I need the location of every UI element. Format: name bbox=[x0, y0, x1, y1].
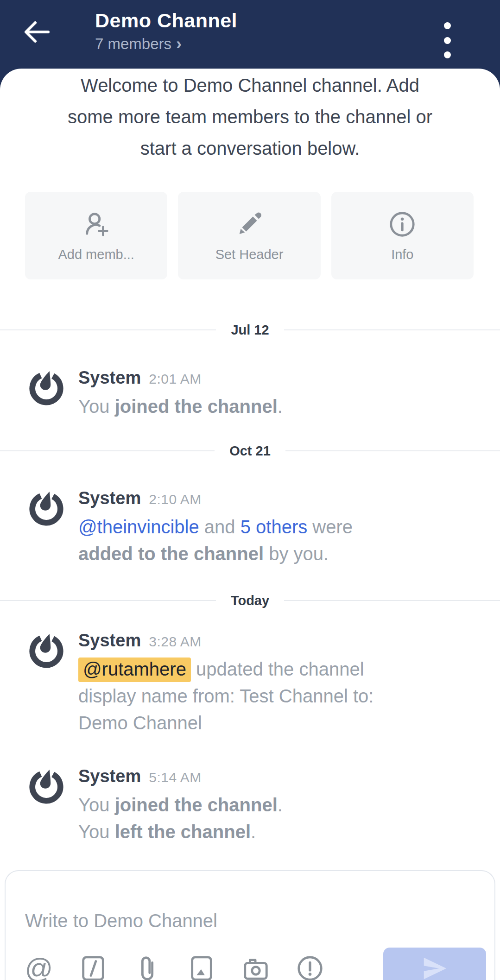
message-body: @rutamhere updated the channel display n… bbox=[78, 656, 403, 736]
add-members-button[interactable]: Add memb... bbox=[25, 192, 167, 279]
kebab-dot bbox=[444, 51, 451, 58]
system-message: System 3:28 AM @rutamhere updated the ch… bbox=[0, 629, 500, 736]
message-body: @theinvincible and 5 others were added t… bbox=[78, 513, 403, 567]
date-divider: Oct 21 bbox=[0, 443, 500, 459]
chat-sheet: Welcome to Demo Channel channel. Add som… bbox=[0, 69, 500, 980]
sender-name: System bbox=[78, 367, 141, 389]
system-message: System 2:10 AM @theinvincible and 5 othe… bbox=[0, 487, 500, 567]
chat-screen: Demo Channel 7 members › Welcome to Demo… bbox=[0, 0, 500, 980]
message-text: You bbox=[78, 396, 115, 417]
pencil-icon bbox=[235, 209, 264, 239]
alert-icon bbox=[296, 954, 324, 980]
message-text: were bbox=[307, 517, 353, 537]
message-text: left the channel bbox=[115, 822, 251, 842]
message-text: . bbox=[278, 396, 283, 417]
camera-icon bbox=[241, 954, 271, 980]
channel-members[interactable]: 7 members › bbox=[95, 35, 237, 53]
divider-date: Oct 21 bbox=[229, 443, 271, 459]
message-input[interactable] bbox=[24, 910, 465, 932]
mention-button[interactable]: @ bbox=[24, 953, 54, 980]
system-avatar-icon bbox=[27, 367, 66, 405]
date-divider: Today bbox=[0, 593, 500, 608]
system-message: System 2:01 AM You joined the channel. bbox=[0, 367, 500, 420]
divider-line bbox=[0, 450, 215, 451]
divider-date: Today bbox=[231, 593, 269, 608]
message-text: added to the channel bbox=[78, 544, 264, 564]
send-button[interactable] bbox=[383, 948, 486, 980]
slash-command-button[interactable] bbox=[78, 953, 108, 980]
set-header-button[interactable]: Set Header bbox=[178, 192, 320, 279]
divider-line bbox=[284, 600, 500, 601]
system-avatar-icon bbox=[27, 629, 66, 668]
mention-link[interactable]: 5 others bbox=[241, 517, 308, 537]
system-avatar-icon bbox=[27, 765, 66, 804]
divider-line bbox=[0, 600, 216, 601]
channel-title-block[interactable]: Demo Channel 7 members › bbox=[95, 8, 237, 53]
action-label: Set Header bbox=[215, 247, 284, 262]
back-button[interactable] bbox=[20, 17, 53, 47]
timestamp: 2:10 AM bbox=[149, 488, 202, 511]
message-body: You joined the channel. bbox=[78, 393, 283, 420]
divider-line bbox=[285, 450, 500, 451]
sender-name: System bbox=[78, 765, 141, 787]
divider-line bbox=[0, 329, 216, 330]
info-button[interactable]: Info bbox=[331, 192, 474, 279]
slash-command-icon bbox=[79, 954, 108, 980]
timestamp: 3:28 AM bbox=[149, 631, 202, 653]
add-member-icon bbox=[82, 209, 111, 239]
kebab-dot bbox=[444, 37, 451, 44]
image-button[interactable] bbox=[187, 953, 216, 980]
timestamp: 2:01 AM bbox=[149, 368, 202, 390]
message-composer: @ bbox=[5, 870, 495, 980]
image-icon bbox=[187, 954, 216, 980]
sender-name: System bbox=[78, 487, 141, 509]
info-icon bbox=[388, 209, 417, 239]
mention-link[interactable]: @theinvincible bbox=[78, 517, 199, 537]
message-text: . bbox=[278, 795, 283, 815]
divider-date: Jul 12 bbox=[231, 322, 269, 338]
camera-button[interactable] bbox=[241, 953, 271, 980]
alert-button[interactable] bbox=[295, 953, 325, 980]
attach-icon bbox=[133, 954, 162, 980]
arrow-left-icon bbox=[21, 18, 52, 46]
divider-line bbox=[284, 329, 500, 330]
message-text: and bbox=[199, 517, 241, 537]
send-icon bbox=[418, 954, 451, 980]
channel-title: Demo Channel bbox=[95, 8, 237, 32]
action-label: Info bbox=[391, 247, 413, 262]
menu-button[interactable] bbox=[434, 20, 460, 60]
message-text: . bbox=[251, 822, 256, 842]
message-text: by you. bbox=[264, 544, 329, 564]
message-text: joined the channel bbox=[115, 396, 278, 417]
system-avatar-icon bbox=[27, 487, 66, 526]
kebab-dot bbox=[444, 22, 451, 29]
attach-button[interactable] bbox=[133, 953, 162, 980]
message-text: You bbox=[78, 822, 115, 842]
composer-toolbar: @ bbox=[24, 948, 486, 980]
message-text: You bbox=[78, 795, 115, 815]
date-divider: Jul 12 bbox=[0, 322, 500, 338]
mention-highlight[interactable]: @rutamhere bbox=[78, 658, 191, 682]
quick-actions: Add memb... Set Header bbox=[25, 192, 474, 279]
mention-icon: @ bbox=[25, 953, 53, 980]
sender-name: System bbox=[78, 629, 141, 651]
timestamp: 5:14 AM bbox=[149, 766, 202, 789]
members-count: 7 members bbox=[95, 35, 171, 53]
action-label: Add memb... bbox=[58, 247, 134, 262]
welcome-text: Welcome to Demo Channel channel. Add som… bbox=[57, 69, 443, 164]
chevron-right-icon: › bbox=[176, 37, 182, 51]
message-body: You joined the channel.You left the chan… bbox=[78, 791, 283, 845]
message-text: joined the channel bbox=[115, 795, 278, 815]
system-message: System 5:14 AM You joined the channel.Yo… bbox=[0, 765, 500, 845]
